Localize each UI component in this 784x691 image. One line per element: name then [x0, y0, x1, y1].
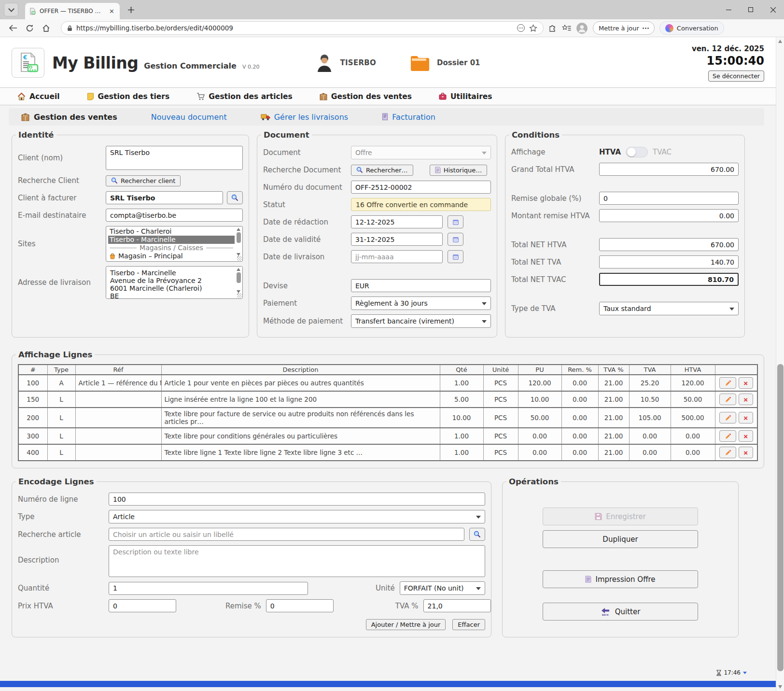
status-label: Statut [263, 200, 351, 209]
extensions-icon[interactable] [548, 24, 557, 32]
total-net-tva-input[interactable] [599, 255, 739, 268]
date-redaction-input[interactable] [351, 215, 443, 228]
maximize-button[interactable] [740, 0, 762, 19]
delete-line-button[interactable]: × [739, 412, 753, 423]
date-validite-calendar-button[interactable] [448, 233, 463, 246]
favorites-bar-icon[interactable] [562, 24, 571, 32]
sites-option[interactable]: Tiserbo - Marcinelle [108, 236, 235, 244]
cell-qty: 1.00 [440, 444, 483, 461]
save-button[interactable]: Enregistrer [543, 508, 698, 525]
minimize-button[interactable] [717, 0, 740, 19]
address-bar[interactable]: https://mybilling.tiserbo.be/orders/edit… [61, 21, 544, 35]
back-button[interactable] [6, 21, 20, 35]
client-name-input[interactable]: SRL Tiserbo [106, 146, 243, 170]
copilot-button[interactable]: Conversation [659, 21, 724, 35]
remise-globale-input[interactable] [599, 192, 739, 205]
scrollbar-thumb[interactable] [777, 364, 784, 671]
edit-line-button[interactable] [719, 430, 736, 442]
line-number-input[interactable] [109, 493, 485, 506]
subnav-link-nouveau-document[interactable]: Nouveau document [151, 113, 227, 122]
new-tab-button[interactable] [127, 6, 135, 14]
delete-line-button[interactable]: × [739, 430, 753, 442]
date-redaction-calendar-button[interactable] [448, 215, 463, 228]
browser-toolbar: https://mybilling.tiserbo.be/orders/edit… [0, 19, 784, 37]
search-client-button[interactable]: Rechercher client [106, 175, 181, 186]
unit-select[interactable]: FORFAIT (No unit) [400, 581, 485, 595]
bill-client-input[interactable] [106, 191, 223, 204]
date-livraison-calendar-button[interactable] [448, 250, 463, 263]
nav-item-gestion-des-ventes[interactable]: Gestion des ventes [320, 92, 412, 101]
edit-line-button[interactable] [719, 412, 736, 423]
clear-line-button[interactable]: Effacer [452, 619, 485, 630]
search-document-button[interactable]: Rechercher… [351, 165, 413, 176]
montant-remise-input[interactable] [599, 209, 739, 222]
home-button[interactable] [39, 21, 53, 35]
devise-label: Devise [263, 282, 351, 290]
sites-listbox[interactable]: Tiserbo - CharleroiTiserbo - MarcinelleM… [106, 226, 243, 262]
subnav-link-facturation[interactable]: Facturation [382, 113, 435, 122]
total-net-htva-input[interactable] [599, 238, 739, 251]
methode-paiement-select[interactable]: Transfert bancaire (virement) [351, 314, 491, 328]
edit-line-button[interactable] [719, 447, 736, 458]
nav-item-utilitaires[interactable]: Utilitaires [439, 92, 492, 101]
type-tva-select[interactable]: Taux standard [599, 302, 739, 315]
nav-item-gestion-des-tiers[interactable]: Gestion des tiers [87, 92, 170, 101]
delivery-address-input[interactable]: Tiserbo - Marcinelle Avenue de la Prévoy… [106, 266, 243, 299]
line-type-select[interactable]: Article [109, 510, 485, 523]
grand-total-input[interactable] [599, 163, 739, 176]
update-browser-button[interactable]: Mettre à jour [593, 21, 655, 35]
delete-line-button[interactable]: × [739, 394, 753, 405]
scroll-down-icon[interactable] [743, 672, 747, 674]
add-update-line-button[interactable]: Ajouter / Mettre à jour [366, 619, 446, 630]
date-validite-input[interactable] [351, 233, 443, 246]
devise-input[interactable] [351, 279, 491, 292]
package-icon [320, 93, 327, 100]
grand-total-label: Grand Total HTVA [511, 165, 599, 174]
search-article-input[interactable] [109, 528, 464, 541]
favorite-star-icon[interactable] [529, 24, 537, 32]
total-net-tvac-input[interactable] [599, 273, 739, 286]
tab-search-button[interactable] [4, 3, 18, 16]
paiement-select[interactable]: Règlement à 30 jours [351, 296, 491, 310]
cell-pu: 10.00 [518, 391, 561, 408]
page-scrollbar[interactable] [776, 37, 784, 691]
sites-option[interactable]: Tiserbo - Charleroi [108, 227, 235, 236]
date-livraison-input[interactable] [351, 250, 443, 263]
bill-client-search-button[interactable] [227, 191, 243, 204]
close-button[interactable] [762, 0, 784, 19]
quantity-input[interactable] [109, 582, 308, 595]
refresh-button[interactable] [22, 21, 37, 35]
edit-line-button[interactable] [719, 394, 736, 405]
line-remise-input[interactable] [266, 599, 334, 612]
scrollbar-down-icon[interactable] [778, 685, 782, 689]
subnav-link-gerer-les-livraisons[interactable]: Gérer les livraisons [261, 113, 348, 122]
document-type-select[interactable]: Offre [351, 146, 491, 159]
line-tva-input[interactable] [423, 599, 491, 612]
profile-avatar-icon[interactable] [576, 22, 588, 34]
nav-item-gestion-des-articles[interactable]: Gestion des articles [196, 92, 293, 101]
quit-button[interactable]: BACK Quitter [543, 603, 698, 620]
reader-icon[interactable] [517, 24, 525, 32]
tab-close-icon[interactable]: ✕ [108, 8, 116, 15]
htva-tvac-toggle[interactable] [626, 147, 648, 157]
history-button[interactable]: Historique… [430, 165, 488, 176]
delete-line-button[interactable]: × [739, 447, 753, 458]
print-offer-button[interactable]: Impression Offre [543, 570, 698, 588]
email-field[interactable] [106, 209, 243, 222]
cell-tva_pct: 21.00 [598, 428, 629, 444]
duplicate-button[interactable]: Dupliquer [543, 530, 698, 548]
scrollbar-up-icon[interactable] [778, 40, 782, 43]
edit-line-button[interactable] [719, 377, 736, 389]
document-number-input[interactable] [351, 181, 491, 194]
cell-tva_pct: 21.00 [598, 444, 629, 461]
price-htva-input[interactable] [109, 599, 176, 612]
search-article-button[interactable] [469, 528, 485, 541]
tab-title: OFFER — TISERBO Billing [40, 8, 104, 14]
delete-line-button[interactable]: × [739, 377, 753, 389]
browser-tab[interactable]: OFFER — TISERBO Billing ✕ [25, 3, 120, 19]
sites-option[interactable]: Magasin – Principal [108, 252, 235, 260]
logout-button[interactable]: Se déconnecter [708, 71, 764, 82]
line-description-input[interactable] [109, 545, 485, 577]
floppy-disk-icon [595, 513, 602, 520]
nav-item-accueil[interactable]: Accueil [17, 92, 60, 101]
